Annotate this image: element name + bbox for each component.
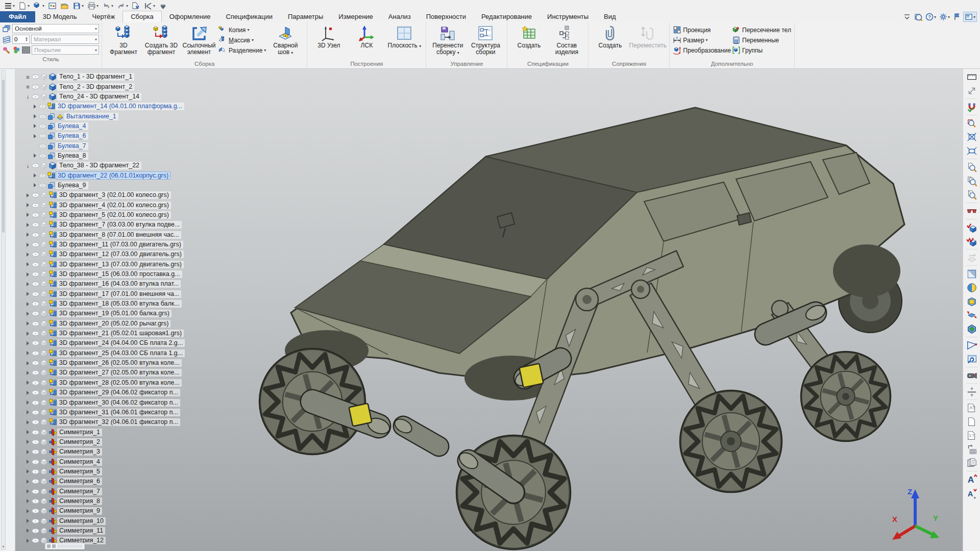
- expand-icon[interactable]: [24, 312, 31, 316]
- expand-icon[interactable]: [24, 400, 31, 405]
- tree-item[interactable]: 3D фрагмент_24 (04.04.00 СБ плата 2.g...: [24, 338, 193, 348]
- menu-icon[interactable]: ▾: [2, 1, 16, 11]
- expand-icon[interactable]: [32, 105, 38, 109]
- expand-icon[interactable]: [24, 253, 31, 257]
- material-select[interactable]: Материал▾: [31, 35, 99, 44]
- ribbon-button[interactable]: Состав изделия: [548, 24, 585, 57]
- tree-item[interactable]: 3D фрагмент_31 (04.06.01 фиксатор п...: [24, 408, 193, 417]
- expand-icon[interactable]: [24, 282, 31, 286]
- redo-icon[interactable]: ▾: [115, 1, 130, 11]
- expand-icon[interactable]: [24, 203, 31, 207]
- expand-icon[interactable]: [32, 173, 38, 178]
- 3d-viewport[interactable]: ≡Тело_1 - 3D фрагмент_1≡Тело_2 - 3D фраг…: [15, 69, 963, 551]
- tree-item[interactable]: 3D фрагмент_32 (04.06.01 фиксатор п...: [24, 417, 193, 427]
- expand-icon[interactable]: [24, 341, 31, 345]
- tree-item[interactable]: Булева_7: [24, 141, 193, 151]
- tree-item[interactable]: ≡Тело_1 - 3D фрагмент_1: [24, 72, 193, 82]
- tab-10[interactable]: Редактирование: [474, 11, 540, 22]
- expand-icon[interactable]: [24, 193, 31, 197]
- ribbon-button[interactable]: Создать: [510, 24, 547, 50]
- tab-2[interactable]: Чертёж: [84, 11, 122, 22]
- coating-select[interactable]: Покрытие▾: [32, 45, 99, 55]
- tree-item[interactable]: Симметрия_1: [24, 427, 193, 437]
- expand-icon[interactable]: [24, 233, 31, 237]
- tree-item[interactable]: 3D фрагмент_17 (07.01.00 внешняя ча...: [24, 289, 193, 299]
- blank-icon[interactable]: [965, 415, 979, 429]
- tree-item[interactable]: Симметрия_8: [24, 496, 193, 506]
- layer-spinner[interactable]: 0▲▼: [12, 35, 30, 44]
- print-icon[interactable]: ▾: [86, 1, 100, 11]
- spell-icon[interactable]: A?: [965, 401, 979, 415]
- tree-item[interactable]: Симметрия_4: [24, 457, 193, 466]
- tree-item[interactable]: Симметрия_6: [24, 477, 193, 486]
- save-icon[interactable]: ▾: [71, 1, 85, 11]
- tab-3[interactable]: Сборка: [122, 11, 162, 22]
- tab-6[interactable]: Параметры: [280, 11, 331, 22]
- ribbon-button[interactable]: Копия▾: [218, 26, 266, 34]
- ribbon-button[interactable]: Массив▾: [218, 36, 266, 44]
- document-tab-strip[interactable]: [45, 543, 85, 549]
- tree-scrollbar-thumb[interactable]: [2, 80, 5, 233]
- doc-tab-button[interactable]: [52, 544, 56, 548]
- ribbon-button[interactable]: Создать 3D фрагмент: [143, 24, 180, 57]
- expand-icon[interactable]: [24, 410, 31, 414]
- service-icon[interactable]: [130, 1, 142, 11]
- expand-icon[interactable]: [24, 223, 31, 227]
- expand-icon[interactable]: ↓: [24, 163, 31, 169]
- expand-icon[interactable]: [24, 420, 31, 424]
- expand-icon[interactable]: [32, 154, 38, 158]
- ribbon-button[interactable]: 3D Фрагмент: [105, 24, 142, 57]
- zoom-page-icon[interactable]: [965, 160, 979, 174]
- tree-item[interactable]: Булева_9: [24, 181, 193, 190]
- rebuild-icon[interactable]: ▾: [142, 1, 157, 11]
- tree-item[interactable]: Булева_8: [24, 151, 193, 161]
- tree-item[interactable]: ≡Тело_2 - 3D фрагмент_2: [24, 82, 193, 91]
- tab-1[interactable]: 3D Модель: [35, 11, 85, 22]
- image-panel-icon[interactable]: [46, 1, 58, 11]
- tree-item[interactable]: 3D фрагмент_8 (07.01.00 внешняя час...: [24, 230, 193, 240]
- expand-icon[interactable]: ↓: [24, 93, 31, 99]
- tree-item[interactable]: Симметрия_3: [24, 447, 193, 457]
- zoom-sheets-icon[interactable]: [965, 174, 979, 188]
- flag-icon[interactable]: [952, 12, 962, 21]
- expand-icon[interactable]: [32, 183, 38, 187]
- tab-11[interactable]: Инструменты: [540, 11, 596, 22]
- tree-item[interactable]: 3D фрагмент_29 (04.06.02 фиксатор п...: [24, 388, 193, 397]
- ribbon-button[interactable]: Преобразование: [673, 46, 731, 55]
- shade-sphere-icon[interactable]: [965, 281, 979, 294]
- check-solid-icon[interactable]: [965, 220, 979, 234]
- normals-icon[interactable]: [965, 308, 979, 322]
- expand-icon[interactable]: [24, 519, 31, 523]
- state-select[interactable]: Основной▾: [12, 24, 99, 33]
- tab-8[interactable]: Анализ: [381, 11, 419, 22]
- check-solids-icon[interactable]: [965, 234, 979, 248]
- fit-all-icon[interactable]: [965, 130, 979, 144]
- tree-item[interactable]: 3D фрагмент_19 (05.01.00 балка.grs): [24, 309, 193, 318]
- splitter-icon[interactable]: [965, 385, 979, 398]
- tree-item[interactable]: 3D фрагмент_25 (04.03.00 СБ плата 1.g...: [24, 348, 193, 358]
- tree-item[interactable]: Булева_6: [24, 131, 193, 141]
- tree-item[interactable]: 3D фрагмент_30 (04.06.02 фиксатор п...: [24, 397, 193, 407]
- refit-icon[interactable]: [965, 144, 979, 158]
- snap-icon[interactable]: [965, 100, 979, 114]
- tree-item[interactable]: 3D фрагмент_16 (04.03.00 втулка плат...: [24, 279, 193, 289]
- new-3d-document-icon[interactable]: ▾: [32, 1, 46, 11]
- tab-12[interactable]: Вид: [596, 11, 624, 22]
- expand-icon[interactable]: ≡: [24, 84, 31, 90]
- tree-item[interactable]: Выталкивание_1: [24, 111, 193, 121]
- expand-icon[interactable]: [24, 499, 31, 503]
- expand-icon[interactable]: [24, 272, 31, 277]
- expand-icon[interactable]: [24, 332, 31, 336]
- tree-item[interactable]: 3D фрагмент_22 (06.01.01корпус.grs): [24, 170, 193, 180]
- scale-icon[interactable]: 1:?: [965, 429, 979, 442]
- expand-icon[interactable]: [24, 302, 31, 306]
- expand-icon[interactable]: [24, 213, 31, 217]
- expand-icon[interactable]: ≡: [24, 74, 31, 80]
- tree-scrollbar[interactable]: ▼: [1, 70, 6, 550]
- scroll-down-icon[interactable]: ▼: [2, 545, 5, 548]
- tree-item[interactable]: 3D фрагмент_12 (07.03.00 двигатель.grs): [24, 249, 193, 259]
- expand-icon[interactable]: [24, 361, 31, 365]
- expand-icon[interactable]: [24, 529, 31, 533]
- tree-item[interactable]: Симметрия_9: [24, 506, 193, 516]
- tree-item[interactable]: 3D фрагмент_15 (06.03.00 проставка.g...: [24, 269, 193, 279]
